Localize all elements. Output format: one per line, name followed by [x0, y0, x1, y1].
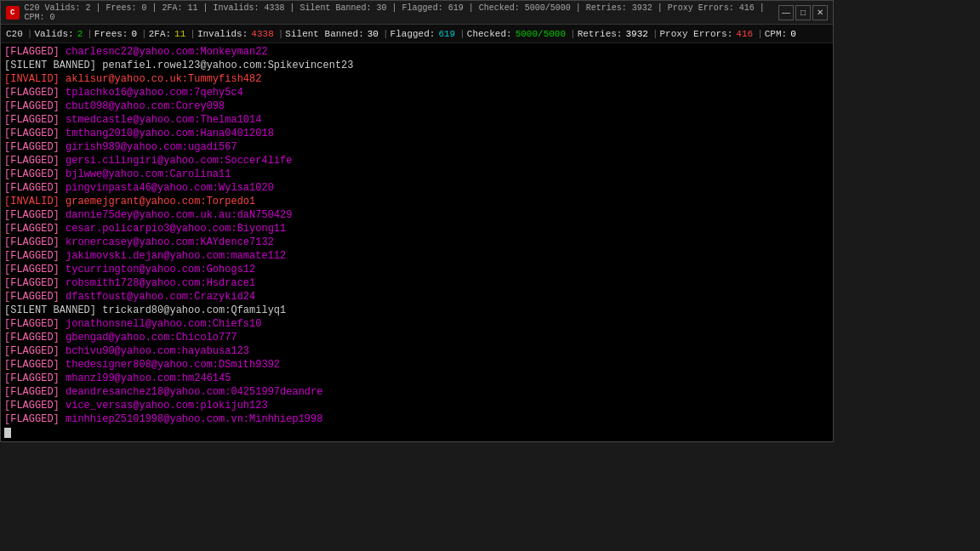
list-item: [FLAGGED] thedesigner808@yahoo.com:DSmit… — [4, 358, 829, 372]
list-item: [FLAGGED] stmedcastle@yahoo.com:Thelma10… — [4, 113, 829, 127]
list-item: [FLAGGED] jakimovski.dejan@yahoo.com:mam… — [4, 249, 829, 263]
list-item: [FLAGGED] tycurrington@yahoo.com:Gohogs1… — [4, 263, 829, 276]
list-item: [FLAGGED] mhanzl99@yahoo.com:hm246145 — [4, 372, 829, 385]
list-item: [FLAGGED] minhhiep25101998@yahoo.com.vn:… — [4, 412, 829, 426]
valids-val: 2 — [77, 29, 83, 39]
maximize-button[interactable]: □ — [795, 5, 811, 20]
cpm-label: CPM: — [765, 29, 787, 39]
title-bar-controls: — □ ✕ — [778, 5, 828, 20]
list-item: [FLAGGED] tplachko16@yahoo.com:7qehy5c4 — [4, 86, 829, 99]
list-item: [INVALID] graemejgrant@yahoo.com:Torpedo… — [4, 195, 829, 208]
close-button[interactable]: ✕ — [812, 5, 828, 20]
flagged-label: Flagged: — [390, 29, 436, 39]
list-item: [FLAGGED] gersi.cilingiri@yahoo.com:Socc… — [4, 154, 829, 168]
list-item: [FLAGGED] pingvinpasta46@yahoo.com:Wylsa… — [4, 181, 829, 195]
title-bar-left: C C20 Valids: 2 | Frees: 0 | 2FA: 11 | I… — [6, 3, 778, 22]
list-item: [FLAGGED] kronercasey@yahoo.com:KAYdence… — [4, 236, 829, 249]
window-title: C20 Valids: 2 | Frees: 0 | 2FA: 11 | Inv… — [25, 3, 778, 22]
list-item: [FLAGGED] bjlwwe@yahoo.com:Carolina11 — [4, 168, 829, 181]
list-item: [FLAGGED] robsmith1728@yahoo.com:Hsdrace… — [4, 276, 829, 290]
list-item: [SILENT BANNED] trickard80@yahoo.com:Qfa… — [4, 304, 829, 317]
list-item: [FLAGGED] tmthang2010@yahoo.com:Hana0401… — [4, 127, 829, 140]
list-item: [FLAGGED] jonathonsnell@yahoo.com:Chiefs… — [4, 317, 829, 331]
list-item: [FLAGGED] deandresanchez18@yahoo.com:042… — [4, 385, 829, 399]
frees-label: Frees: — [94, 29, 128, 39]
app-icon: C — [6, 6, 20, 20]
list-item: [FLAGGED] charlesnc22@yahoo.com:Monkeyma… — [4, 45, 829, 59]
list-item: [FLAGGED] girish989@yahoo.com:ugadi567 — [4, 140, 829, 154]
log-area[interactable]: [SILENT BANNED] caitlinaw1@yahoo.com:Run… — [1, 43, 833, 441]
list-item: [FLAGGED] cesar.policarpio3@yahoo.com:Bi… — [4, 222, 829, 236]
minimize-button[interactable]: — — [778, 5, 794, 20]
list-item: [FLAGGED] bchivu90@yahoo.com:hayabusa123 — [4, 344, 829, 358]
list-item: [FLAGGED] dfastfoust@yahoo.com:Crazykid2… — [4, 290, 829, 304]
valids-label: Valids: — [34, 29, 73, 39]
title-bar: C C20 Valids: 2 | Frees: 0 | 2FA: 11 | I… — [1, 1, 833, 25]
list-item: [FLAGGED] dannie75dey@yahoo.com.uk.au:da… — [4, 208, 829, 222]
stats-bar: C20 | Valids: 2 | Frees: 0 | 2FA: 11 | I… — [1, 25, 833, 43]
invalids-label: Invalids: — [197, 29, 248, 39]
list-item: [FLAGGED] cbut098@yahoo.com:Corey098 — [4, 99, 829, 113]
text-cursor — [4, 428, 11, 438]
list-item: [INVALID] aklisur@yahoo.co.uk:Tummyfish4… — [4, 72, 829, 86]
list-item: [SILENT BANNED] penafiel.rowel23@yahoo.c… — [4, 59, 829, 72]
list-item: [FLAGGED] gbengad@yahoo.com:Chicolo777 — [4, 331, 829, 344]
list-item: [FLAGGED] vice_versas@yahoo.com:plokijuh… — [4, 399, 829, 412]
2fa-label: 2FA: — [149, 29, 171, 39]
c20-label: C20 — [6, 29, 23, 39]
main-window: C C20 Valids: 2 | Frees: 0 | 2FA: 11 | I… — [0, 0, 834, 442]
silent-label: Silent Banned: — [285, 29, 363, 39]
checked-label: Checked: — [467, 29, 512, 39]
retries-label: Retries: — [578, 29, 623, 39]
cursor-line — [4, 426, 829, 440]
proxy-label: Proxy Errors: — [659, 29, 732, 39]
